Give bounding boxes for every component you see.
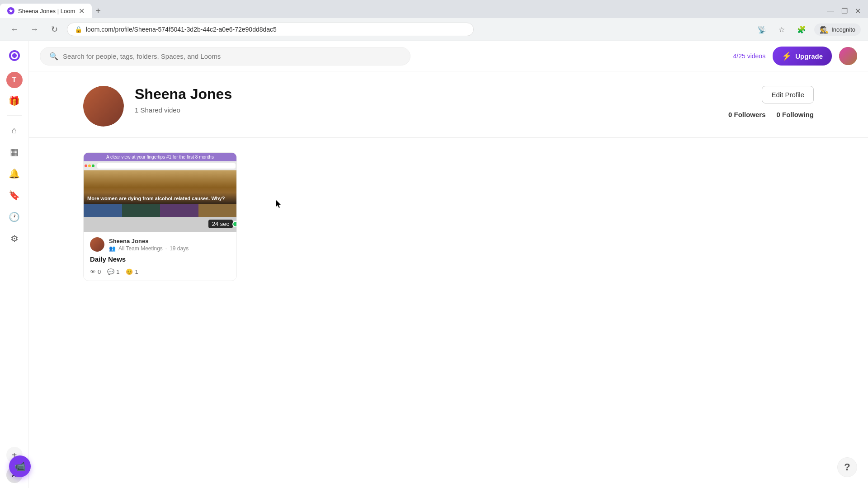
video-meta: Sheena Jones 👥 All Team Meetings · 19 da… [90, 237, 230, 252]
content-area: A clear view at your fingertips #1 for t… [29, 138, 868, 296]
maximize-button[interactable]: ❐ [841, 7, 848, 15]
edit-profile-button[interactable]: Edit Profile [762, 86, 814, 103]
upgrade-label: Upgrade [795, 52, 823, 60]
profile-section: Sheena Jones 1 Shared video Edit Profile… [29, 71, 868, 138]
thumbnail-strip [84, 204, 236, 217]
thumbnail-news-text: More women are dying from alcohol-relate… [87, 195, 233, 202]
following-count: 0 [777, 111, 780, 118]
comments-icon: 💬 [107, 268, 114, 275]
reload-button[interactable]: ↻ [47, 22, 61, 37]
thumbnail-toolbar [84, 161, 236, 170]
thumbnail-news-overlay: More women are dying from alcohol-relate… [84, 192, 236, 204]
time-ago: 19 days [170, 245, 189, 252]
views-count: 0 [98, 268, 101, 275]
bookmark-sidebar-icon: 🔖 [9, 190, 20, 201]
search-bar[interactable]: 🔍 [40, 47, 410, 66]
library-icon: ▦ [10, 146, 19, 157]
tab-title: Sheena Jones | Loom [18, 8, 75, 14]
comments-stat: 💬 1 [107, 268, 119, 275]
following-stat: 0 Following [777, 111, 814, 118]
views-icon: 👁 [90, 268, 96, 275]
home-icon: ⌂ [11, 125, 17, 136]
tab-close-button[interactable]: ✕ [79, 7, 85, 15]
bookmark-icon[interactable]: ☆ [774, 22, 789, 37]
profile-info: Sheena Jones 1 Shared video [135, 86, 728, 114]
follow-stats: 0 Followers 0 Following [728, 111, 814, 118]
lightning-icon: ⚡ [782, 51, 792, 61]
incognito-icon: 🕵 [820, 25, 829, 34]
duration-badge: 24 sec [208, 220, 233, 228]
followers-label-text: Followers [734, 111, 765, 118]
sidebar-item-library[interactable]: ▦ [5, 143, 24, 161]
video-grid: A clear view at your fingertips #1 for t… [83, 152, 237, 281]
thumbnail-top-bar: A clear view at your fingertips #1 for t… [84, 153, 236, 161]
author-photo [90, 237, 104, 252]
video-title: Daily News [90, 255, 230, 263]
recording-indicator [232, 221, 236, 227]
sidebar-item-bookmarks[interactable]: 🔖 [5, 186, 24, 204]
duration-text: 24 sec [212, 221, 229, 227]
video-author-name: Sheena Jones [109, 238, 189, 244]
thumbnail-top-text: A clear view at your fingertips #1 for t… [106, 155, 214, 160]
profile-right-panel: Edit Profile 0 Followers 0 Following [728, 86, 814, 118]
sidebar-user-avatar[interactable]: T [6, 72, 23, 88]
profile-photo [83, 86, 124, 127]
video-thumbnail: A clear view at your fingertips #1 for t… [84, 153, 236, 232]
followers-stat: 0 Followers [728, 111, 766, 118]
sidebar-item-settings[interactable]: ⚙ [5, 230, 24, 248]
profile-shared-count: 1 Shared video [135, 106, 728, 114]
top-header: 🔍 4/25 videos ⚡ Upgrade [29, 41, 868, 71]
minimize-button[interactable]: — [827, 7, 834, 15]
profile-avatar [83, 86, 124, 127]
incognito-badge: 🕵 Incognito [814, 23, 861, 36]
sidebar-divider [7, 115, 22, 116]
reactions-stat: 😊 1 [126, 268, 138, 275]
forward-button[interactable]: → [27, 22, 42, 37]
browser-tab[interactable]: Sheena Jones | Loom ✕ [0, 4, 92, 18]
views-stat: 👁 0 [90, 268, 101, 275]
video-stats: 👁 0 💬 1 😊 1 [90, 268, 230, 275]
record-button[interactable]: 📹 [9, 455, 31, 477]
sidebar-item-history[interactable]: 🕐 [5, 208, 24, 226]
thumbnail-main-image: More women are dying from alcohol-relate… [84, 170, 236, 204]
record-icon: 📹 [14, 461, 26, 472]
incognito-label: Incognito [831, 26, 855, 33]
comments-count: 1 [116, 268, 119, 275]
user-avatar-header[interactable] [839, 47, 857, 65]
profile-name: Sheena Jones [135, 86, 728, 103]
search-icon: 🔍 [49, 52, 58, 61]
url-text: loom.com/profile/Sheena-574f5041-3d2b-44… [86, 26, 277, 33]
following-label: Following [782, 111, 814, 118]
close-window-button[interactable]: ✕ [855, 7, 861, 15]
extensions-icon[interactable]: 🧩 [794, 22, 809, 37]
main-content: 🔍 4/25 videos ⚡ Upgrade Sheena Jones 1 S… [29, 41, 868, 488]
gift-icon: 🎁 [9, 95, 20, 106]
app-logo[interactable] [5, 47, 24, 65]
cast-icon[interactable]: 📡 [755, 22, 769, 37]
question-mark-icon: ? [844, 461, 850, 473]
lock-icon: 🔒 [75, 26, 82, 33]
help-button[interactable]: ? [837, 457, 857, 477]
sidebar: T 🎁 ⌂ ▦ 🔔 🔖 🕐 ⚙ + A [0, 41, 29, 488]
reactions-count: 1 [135, 268, 138, 275]
video-card[interactable]: A clear view at your fingertips #1 for t… [83, 152, 237, 281]
video-meta-info: Sheena Jones 👥 All Team Meetings · 19 da… [109, 238, 189, 252]
workspace-name: All Team Meetings [118, 245, 163, 252]
address-bar[interactable]: 🔒 loom.com/profile/Sheena-574f5041-3d2b-… [67, 23, 474, 36]
history-icon: 🕐 [9, 211, 20, 222]
sidebar-item-notifications[interactable]: 🔔 [5, 164, 24, 183]
settings-icon: ⚙ [10, 233, 19, 244]
time-separator: · [165, 245, 167, 252]
followers-count: 0 [728, 111, 732, 118]
search-input[interactable] [63, 52, 401, 60]
video-author-avatar [90, 237, 104, 252]
video-count: 4/25 videos [733, 52, 766, 60]
video-card-body: Sheena Jones 👥 All Team Meetings · 19 da… [84, 232, 236, 281]
sidebar-item-home[interactable]: ⌂ [5, 121, 24, 139]
tab-favicon [7, 7, 14, 14]
back-button[interactable]: ← [7, 22, 22, 37]
reactions-icon: 😊 [126, 268, 133, 275]
upgrade-button[interactable]: ⚡ Upgrade [773, 47, 832, 66]
sidebar-item-gift[interactable]: 🎁 [5, 92, 24, 110]
new-tab-button[interactable]: + [92, 6, 104, 16]
